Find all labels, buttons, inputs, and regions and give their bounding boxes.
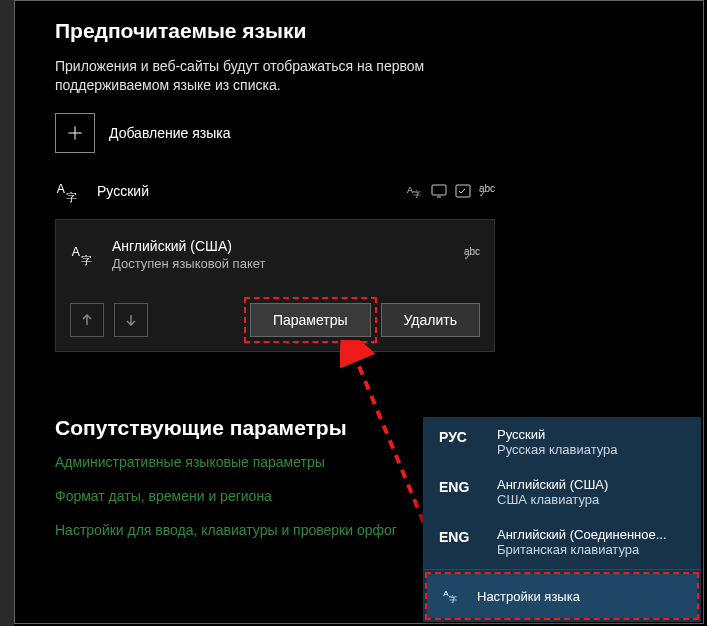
svg-text:字: 字 bbox=[449, 595, 457, 604]
svg-text:字: 字 bbox=[413, 190, 421, 199]
window-chrome-strip bbox=[0, 0, 14, 626]
language-item-russian[interactable]: A 字 Русский A字 abc bbox=[55, 173, 495, 209]
language-switcher-flyout: РУС Русский Русская клавиатура ENG Англи… bbox=[423, 417, 701, 622]
handwriting-icon bbox=[455, 183, 471, 199]
annotation-highlight-flyout-settings: A 字 Настройки языка bbox=[425, 572, 699, 620]
flyout-item-eng-uk[interactable]: ENG Английский (Соединенное... Британска… bbox=[423, 517, 701, 567]
flyout-item-rus[interactable]: РУС Русский Русская клавиатура bbox=[423, 417, 701, 467]
flyout-lang-name: Английский (Соединенное... bbox=[497, 527, 687, 542]
text-to-speech-icon: A字 bbox=[407, 183, 423, 199]
svg-text:A: A bbox=[57, 182, 66, 196]
flyout-lang-name: Русский bbox=[497, 427, 687, 442]
flyout-item-eng-us[interactable]: ENG Английский (США) США клавиатура bbox=[423, 467, 701, 517]
add-language-row[interactable]: Добавление языка bbox=[55, 113, 703, 153]
language-glyph-icon: A 字 bbox=[441, 586, 463, 606]
language-feature-badges: A字 abc bbox=[407, 183, 495, 199]
spellcheck-icon: abc bbox=[479, 183, 495, 199]
flyout-keyboard-name: Русская клавиатура bbox=[497, 442, 687, 457]
language-name: Русский bbox=[97, 183, 407, 199]
flyout-language-settings[interactable]: A 字 Настройки языка bbox=[427, 574, 697, 618]
flyout-keyboard-name: США клавиатура bbox=[497, 492, 687, 507]
flyout-lang-code: ENG bbox=[439, 527, 483, 545]
language-item-english[interactable]: A 字 Английский (США) Доступен языковой п… bbox=[70, 234, 480, 275]
svg-text:字: 字 bbox=[81, 254, 92, 266]
plus-icon bbox=[55, 113, 95, 153]
preferred-languages-description: Приложения и веб-сайты будут отображатьс… bbox=[55, 57, 485, 95]
flyout-separator bbox=[423, 569, 701, 570]
annotation-highlight-options: Параметры bbox=[244, 297, 377, 343]
language-item-english-expanded: A 字 Английский (США) Доступен языковой п… bbox=[55, 219, 495, 352]
language-name: Английский (США) bbox=[112, 238, 464, 254]
language-glyph-icon: A 字 bbox=[55, 177, 83, 205]
display-icon bbox=[431, 183, 447, 199]
language-glyph-icon: A 字 bbox=[70, 240, 98, 268]
flyout-lang-code: РУС bbox=[439, 427, 483, 445]
language-card-actions: Параметры Удалить bbox=[70, 303, 480, 337]
options-button[interactable]: Параметры bbox=[250, 303, 371, 337]
svg-text:字: 字 bbox=[66, 190, 77, 202]
preferred-languages-heading: Предпочитаемые языки bbox=[55, 19, 703, 43]
add-language-label: Добавление языка bbox=[109, 125, 231, 141]
remove-button[interactable]: Удалить bbox=[381, 303, 480, 337]
svg-rect-4 bbox=[432, 185, 446, 195]
flyout-lang-code: ENG bbox=[439, 477, 483, 495]
flyout-settings-label: Настройки языка bbox=[477, 589, 580, 604]
move-up-button[interactable] bbox=[70, 303, 104, 337]
svg-text:A: A bbox=[72, 245, 81, 259]
flyout-lang-name: Английский (США) bbox=[497, 477, 687, 492]
flyout-keyboard-name: Британская клавиатура bbox=[497, 542, 687, 557]
language-feature-badges: abc bbox=[464, 246, 480, 262]
spellcheck-icon: abc bbox=[464, 246, 480, 262]
move-down-button[interactable] bbox=[114, 303, 148, 337]
language-subtext: Доступен языковой пакет bbox=[112, 256, 464, 271]
